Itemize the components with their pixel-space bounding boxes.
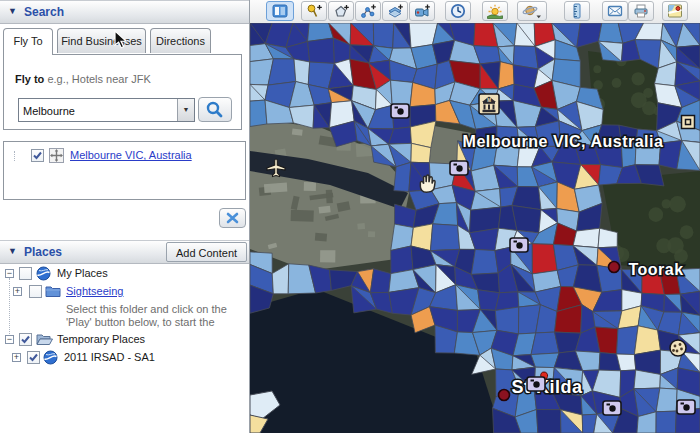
print-button[interactable] — [628, 1, 654, 21]
tab-directions[interactable]: Directions — [150, 28, 211, 53]
search-button[interactable] — [198, 97, 232, 122]
check-icon — [32, 150, 43, 161]
search-input[interactable] — [21, 101, 175, 121]
search-results-box: Melbourne VIC, Australia — [3, 141, 246, 200]
mouse-pointer-cursor — [114, 30, 128, 49]
sightseeing-checkbox[interactable] — [29, 285, 42, 298]
search-combobox[interactable]: ▼ — [18, 98, 195, 122]
sunlight-button[interactable] — [482, 1, 508, 21]
tab-fly-to[interactable]: Fly To — [3, 28, 53, 55]
map-place-label: Toorak — [628, 261, 683, 278]
tab-find-businesses[interactable]: Find Businesses — [57, 28, 146, 53]
search-result-link[interactable]: Melbourne VIC, Australia — [70, 149, 192, 161]
sidebar: ▼ Search Fly To Find Businesses Directio… — [0, 0, 250, 433]
sun-icon — [487, 3, 503, 19]
photo-camera-icon[interactable] — [391, 104, 409, 118]
close-icon — [220, 209, 245, 227]
record-tour-button[interactable] — [409, 1, 435, 21]
envelope-icon — [607, 3, 623, 19]
square-overlay-icon[interactable] — [682, 116, 695, 129]
globe-icon — [43, 350, 58, 367]
photo-camera-icon[interactable] — [527, 377, 545, 391]
ruler-button[interactable] — [564, 1, 590, 21]
photo-camera-icon[interactable] — [603, 401, 621, 415]
clear-search-button[interactable] — [219, 208, 246, 228]
photo-camera-icon[interactable] — [450, 161, 468, 175]
printer-icon — [633, 3, 649, 19]
map-place-label: Melbourne VIC, Australia — [463, 133, 664, 150]
golf-course-icon[interactable] — [670, 340, 686, 356]
photo-camera-icon[interactable] — [510, 238, 528, 252]
fly-to-label-row: Fly to e.g., Hotels near JFK — [15, 73, 151, 85]
chevron-down-icon: ▼ — [183, 106, 190, 113]
museum-icon[interactable]: M — [479, 94, 499, 114]
magnifier-icon — [199, 98, 231, 121]
irsad-checkbox[interactable] — [27, 351, 40, 364]
google-earth-window: ▼ Search Fly To Find Businesses Directio… — [0, 0, 700, 433]
tree-item-my-places[interactable]: − My Places — [0, 267, 245, 282]
add-path-button[interactable] — [355, 1, 381, 21]
toggle-sidebar-button[interactable] — [266, 1, 294, 21]
folder-description-line1: Select this folder and click on the — [66, 303, 227, 315]
historical-imagery-button[interactable] — [445, 1, 471, 21]
fly-to-label: Fly to — [15, 73, 44, 85]
map-toolbar — [250, 0, 700, 24]
globe-icon — [36, 266, 51, 283]
sky-planets-button[interactable] — [517, 1, 547, 21]
expander-plus-icon[interactable]: + — [13, 287, 22, 296]
folder-icon — [45, 284, 61, 300]
polygon-icon — [333, 3, 349, 19]
add-content-button[interactable]: Add Content — [166, 242, 247, 262]
svg-text:M: M — [487, 98, 491, 103]
search-panel-title: Search — [24, 5, 64, 19]
sightseeing-link[interactable]: Sightseeing — [66, 285, 124, 297]
collapse-triangle-icon[interactable]: ▼ — [8, 246, 17, 256]
folder-description-line2: 'Play' button below, to start the — [66, 316, 215, 328]
ruler-icon — [569, 3, 585, 19]
add-image-overlay-button[interactable] — [382, 1, 408, 21]
map-viewport[interactable]: Melbourne VIC, AustraliaToorakSt KildaM — [250, 23, 700, 433]
check-icon — [20, 334, 31, 345]
map-place-label: St Kilda — [511, 377, 582, 397]
place-dot-marker[interactable] — [609, 262, 620, 273]
tree-item-label: Temporary Places — [57, 333, 145, 345]
tree-item-2011-irsad-sa1[interactable]: + 2011 IRSAD - SA1 — [0, 351, 245, 366]
sidebar-panel-icon — [272, 3, 288, 19]
tree-item-label: 2011 IRSAD - SA1 — [64, 351, 155, 363]
temporary-places-checkbox[interactable] — [19, 333, 32, 346]
map-icon — [667, 3, 683, 19]
image-overlay-icon — [387, 3, 403, 19]
expander-plus-icon[interactable]: + — [12, 353, 21, 362]
add-placemark-button[interactable] — [301, 1, 327, 21]
expander-minus-icon[interactable]: − — [5, 335, 14, 344]
move-crosshair-icon — [49, 148, 64, 165]
collapse-triangle-icon[interactable]: ▼ — [8, 6, 17, 16]
place-dot-marker[interactable] — [499, 390, 510, 401]
places-panel-header[interactable]: ▼ Places Add Content — [0, 240, 249, 264]
saturn-planet-icon — [522, 3, 542, 19]
path-icon — [360, 3, 376, 19]
search-result-row[interactable]: Melbourne VIC, Australia — [4, 149, 244, 164]
map-canvas: Melbourne VIC, AustraliaToorakSt KildaM — [250, 23, 700, 433]
expander-minus-icon[interactable]: − — [5, 269, 14, 278]
video-camera-icon — [414, 3, 430, 19]
add-polygon-button[interactable] — [328, 1, 354, 21]
places-panel-title: Places — [24, 245, 62, 259]
combobox-dropdown-button[interactable]: ▼ — [177, 99, 194, 121]
email-button[interactable] — [602, 1, 628, 21]
my-places-checkbox[interactable] — [19, 267, 32, 280]
tree-item-sightseeing[interactable]: + Sightseeing — [0, 285, 245, 300]
placemark-pin-icon — [306, 3, 322, 19]
tree-item-temporary-places[interactable]: − Temporary Places — [0, 333, 245, 348]
folder-open-icon — [36, 332, 53, 348]
fly-to-hint: e.g., Hotels near JFK — [47, 73, 150, 85]
check-icon — [28, 352, 39, 363]
result-checkbox[interactable] — [31, 149, 44, 162]
tree-item-label: My Places — [57, 267, 108, 279]
clock-icon — [450, 3, 466, 19]
photo-camera-icon[interactable] — [677, 400, 695, 414]
search-panel-header[interactable]: ▼ Search — [0, 0, 249, 24]
view-in-google-maps-button[interactable] — [662, 1, 688, 21]
